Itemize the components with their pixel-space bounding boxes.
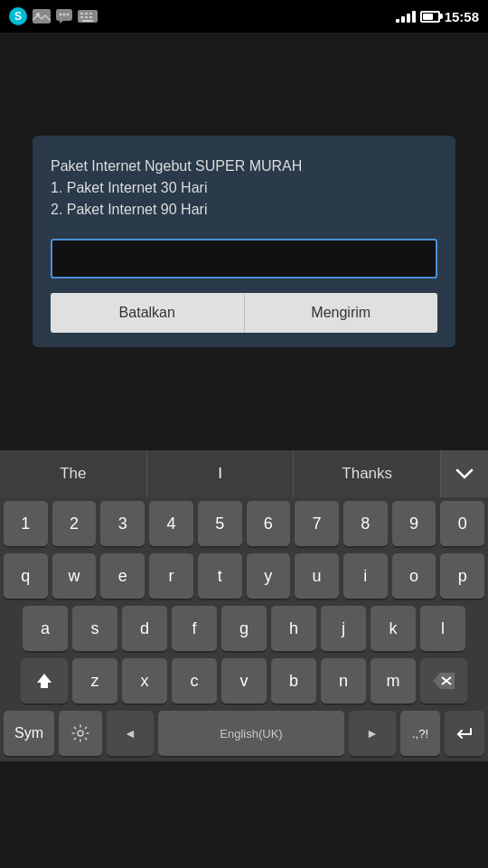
key-e[interactable]: e [100, 553, 145, 599]
key-9[interactable]: 9 [392, 501, 436, 546]
dialog: Paket Internet Ngebut SUPER MURAH 1. Pak… [33, 136, 455, 347]
suggestion-middle[interactable]: I [147, 450, 295, 497]
key-w[interactable]: w [52, 553, 97, 599]
svg-rect-9 [85, 13, 88, 14]
key-l[interactable]: l [420, 606, 465, 651]
settings-key[interactable] [59, 711, 102, 756]
key-6[interactable]: 6 [247, 501, 291, 546]
key-d[interactable]: d [122, 606, 167, 651]
key-s[interactable]: s [72, 606, 117, 651]
key-x[interactable]: x [122, 658, 167, 703]
svg-rect-0 [33, 9, 51, 24]
lang-next-key[interactable]: ► [349, 711, 396, 756]
svg-rect-11 [80, 16, 83, 18]
signal-icon [396, 11, 416, 23]
dialog-input[interactable] [51, 239, 437, 278]
key-c[interactable]: c [172, 658, 217, 703]
key-y[interactable]: y [247, 553, 291, 599]
svg-marker-16 [433, 673, 455, 689]
dialog-option-2: 2. Paket Internet 90 Hari [51, 202, 207, 217]
bottom-row: Sym ◄ English(UK) ► .,?! [0, 707, 488, 761]
status-bar: S 15:58 [0, 0, 488, 33]
clock: 15:58 [445, 9, 479, 24]
lang-prev-key[interactable]: ◄ [107, 711, 154, 756]
key-z[interactable]: z [72, 658, 117, 703]
dialog-content: Paket Internet Ngebut SUPER MURAH 1. Pak… [51, 156, 437, 221]
dialog-buttons: Batalkan Mengirim [51, 293, 437, 333]
key-r[interactable]: r [149, 553, 193, 599]
keyboard-icon [78, 10, 98, 23]
svg-point-3 [60, 14, 62, 16]
svg-point-19 [78, 731, 83, 736]
svg-point-4 [63, 14, 66, 16]
svg-rect-13 [89, 16, 92, 18]
suggestion-right[interactable]: Thanks [294, 450, 441, 497]
key-1[interactable]: 1 [4, 501, 48, 546]
enter-key[interactable] [445, 711, 484, 756]
svg-rect-14 [82, 20, 93, 22]
key-4[interactable]: 4 [149, 501, 193, 546]
backspace-key[interactable] [420, 658, 467, 703]
key-b[interactable]: b [271, 658, 316, 703]
svg-marker-15 [37, 674, 52, 688]
suggestion-expand-button[interactable] [441, 450, 488, 497]
bbm-icon [56, 9, 72, 24]
qwerty-row: q w e r t y u i o p [0, 550, 488, 602]
key-v[interactable]: v [221, 658, 267, 703]
shift-key[interactable] [21, 658, 68, 703]
svg-point-5 [67, 14, 70, 16]
asdf-row: a s d f g h j k l [0, 602, 488, 655]
number-row: 1 2 3 4 5 6 7 8 9 0 [0, 497, 488, 550]
key-t[interactable]: t [198, 553, 242, 599]
suggestions-bar: The I Thanks [0, 450, 488, 497]
key-m[interactable]: m [371, 658, 416, 703]
key-0[interactable]: 0 [440, 501, 484, 546]
key-g[interactable]: g [221, 606, 267, 651]
punctuation-key[interactable]: .,?! [400, 711, 440, 756]
key-j[interactable]: j [321, 606, 366, 651]
keyboard: 1 2 3 4 5 6 7 8 9 0 q w e r t y u i o p … [0, 497, 488, 761]
key-7[interactable]: 7 [295, 501, 339, 546]
svg-rect-8 [80, 13, 83, 14]
spacebar[interactable]: English(UK) [158, 711, 344, 756]
battery-icon [420, 11, 440, 23]
suggestion-left[interactable]: The [0, 450, 147, 497]
key-k[interactable]: k [371, 606, 416, 651]
dialog-option-1: 1. Paket Internet 30 Hari [51, 180, 207, 195]
status-icons-left: S [9, 7, 98, 25]
key-n[interactable]: n [321, 658, 366, 703]
sym-key[interactable]: Sym [4, 711, 54, 756]
key-h[interactable]: h [271, 606, 316, 651]
dialog-title: Paket Internet Ngebut SUPER MURAH [51, 158, 302, 174]
key-o[interactable]: o [392, 553, 436, 599]
svg-rect-12 [85, 16, 88, 18]
key-i[interactable]: i [343, 553, 388, 599]
key-8[interactable]: 8 [343, 501, 388, 546]
image-icon [33, 9, 51, 24]
key-p[interactable]: p [440, 553, 484, 599]
key-3[interactable]: 3 [100, 501, 145, 546]
key-u[interactable]: u [295, 553, 339, 599]
key-2[interactable]: 2 [52, 501, 97, 546]
send-button[interactable]: Mengirim [244, 293, 438, 333]
svg-marker-6 [60, 21, 63, 24]
key-q[interactable]: q [4, 553, 48, 599]
dialog-backdrop: Paket Internet Ngebut SUPER MURAH 1. Pak… [0, 33, 488, 450]
key-a[interactable]: a [23, 606, 68, 651]
key-f[interactable]: f [172, 606, 217, 651]
s-logo-icon: S [9, 7, 27, 25]
cancel-button[interactable]: Batalkan [51, 293, 244, 333]
key-5[interactable]: 5 [198, 501, 242, 546]
zxcv-row: z x c v b n m [0, 655, 488, 707]
svg-rect-10 [89, 13, 92, 14]
status-icons-right: 15:58 [396, 9, 479, 24]
